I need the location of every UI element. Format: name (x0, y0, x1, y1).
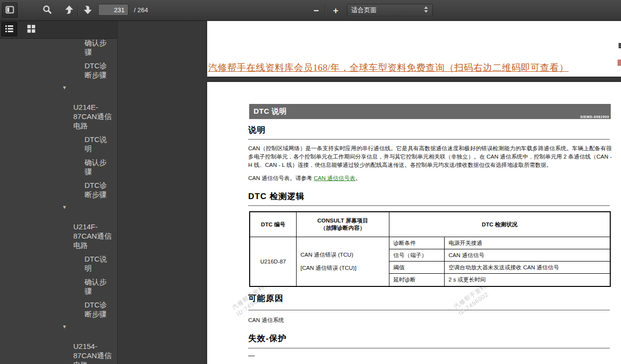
table-header-consult-item: CONSULT 屏幕项目 （故障诊断内容） (297, 212, 389, 237)
page-count-label: / 264 (134, 6, 148, 14)
table-row-label: 诊断条件 (389, 237, 445, 249)
possible-cause-text: CAN 通信系统 (248, 317, 284, 324)
table-header-line: CONSULT 屏幕项目 (318, 217, 368, 224)
zoom-in-button[interactable]: + (330, 5, 341, 16)
heading-divider (248, 310, 610, 310)
signal-table-reference: CAN 通信信号表。请参考 CAN 通信信号表。 (248, 175, 361, 182)
zoom-level-value: 适合页面 (351, 6, 424, 15)
arrow-up-icon (64, 5, 74, 16)
heading-dtc-detection-logic: DTC 检测逻辑 (248, 191, 305, 202)
consult-item-line: [CAN 通信错误 (TCU)] (300, 264, 356, 272)
pdf-page-previous: 汽修帮手在线资料库会员168/年，全球车型资料免费查询（扫码右边二维码即可查看） (207, 20, 621, 77)
collapse-toggle-icon[interactable]: ▼ (62, 324, 67, 329)
section-bar-dtc-description: DTC 说明 SIEMD-6982900 (249, 104, 611, 119)
heading-divider (248, 139, 610, 140)
fail-safe-text: — (248, 352, 255, 359)
sidebar-toggle-button[interactable] (2, 2, 18, 18)
collapse-toggle-icon[interactable]: ▼ (62, 85, 67, 90)
table-row-value: 电源开关接通 (445, 237, 610, 249)
table-header-dtc-number: DTC 编号 (250, 212, 297, 237)
outline-item[interactable]: DTC说 明 (85, 254, 117, 273)
outline-item[interactable]: ▼ U214E- 87CAN通信 电路 (73, 84, 117, 130)
heading-divider (248, 205, 610, 206)
toolbar-separator (325, 4, 325, 16)
toolbar-separator (78, 4, 78, 16)
page-edge-fragment (618, 60, 621, 66)
description-paragraph: CAN（控制区域网络）是一条支持实时应用的串行通信线。它是具有高数据通信速度和极… (248, 144, 612, 169)
minus-icon: − (313, 6, 319, 15)
consult-item-line: CAN 通信错误 (TCU) (300, 251, 353, 259)
can-signal-table-link[interactable]: CAN 通信信号表 (314, 175, 355, 181)
signal-ref-prefix: CAN 通信信号表。请参考 (248, 175, 314, 181)
outline-item[interactable]: DTC诊 断步骤 (85, 181, 117, 199)
zoom-out-button[interactable]: − (311, 5, 321, 16)
search-button[interactable] (42, 5, 52, 15)
vendor-banner-text: 汽修帮手在线资料库会员168/年，全球车型资料免费查询（扫码右边二维码即可查看） (208, 61, 569, 74)
outline-item-label: U214F- 87CAN通信 电路 (73, 222, 111, 249)
table-row-label: 延时诊断 (389, 274, 445, 286)
signal-ref-suffix: 。 (355, 175, 361, 181)
table-row-value: 2 s 或更长时间 (445, 274, 610, 286)
table-row-label: 信号（端子） (389, 249, 445, 262)
search-icon (43, 5, 52, 16)
table-row-value: 空调自动放大器未发送或接收 CAN 通信信号 (445, 262, 610, 274)
toolbar: / 264 − + 适合页面 (0, 0, 621, 21)
outline-item-label: U214E- 87CAN通信 电路 (73, 103, 111, 130)
outline-item[interactable]: 确认步 骤 (85, 38, 117, 57)
sidebar: 确认步 骤 DTC诊 断步骤 ▼ U214E- 87CAN通信 电路 DTC说 … (0, 20, 117, 364)
outline-item[interactable]: 确认步 骤 (85, 158, 117, 176)
outline-view-button[interactable] (1, 22, 17, 37)
table-row-value: CAN 通信信号 (445, 249, 610, 262)
zoom-level-select[interactable]: 适合页面 (347, 4, 433, 17)
heading-description: 说明 (248, 124, 266, 136)
table-cell-consult-item: CAN 通信错误 (TCU) [CAN 通信错误 (TCU)] (297, 237, 389, 286)
document-outline: 确认步 骤 DTC诊 断步骤 ▼ U214E- 87CAN通信 电路 DTC说 … (0, 38, 117, 364)
sidebar-resize-border[interactable] (117, 20, 118, 364)
heading-fail-safe: 失效-保护 (248, 333, 287, 344)
sidebar-toggle-icon (5, 6, 14, 15)
plus-icon: + (333, 6, 338, 15)
table-cell-dtc-code: U216D-87 (250, 237, 297, 286)
heading-possible-cause: 可能原因 (248, 293, 283, 304)
document-code: SIEMD-6982900 (580, 115, 609, 119)
page-number-input[interactable] (98, 4, 128, 16)
pdf-viewer: / 264 − + 适合页面 (0, 0, 621, 364)
thumbnails-view-button[interactable] (23, 22, 39, 37)
previous-page-button[interactable] (63, 5, 75, 16)
collapse-toggle-icon[interactable]: ▼ (62, 205, 67, 210)
thumbnails-grid-icon (27, 25, 35, 34)
table-header-dtc-condition: DTC 检测状况 (389, 212, 610, 237)
outline-item[interactable]: DTC诊 断步骤 (85, 61, 117, 80)
outline-item-label: U2154- 87CAN通信 电路 (73, 342, 111, 364)
next-page-button[interactable] (82, 5, 93, 16)
outline-item[interactable]: ▼ U214F- 87CAN通信 电路 (73, 203, 117, 250)
select-arrows-icon (424, 6, 428, 15)
dtc-detection-table: DTC 编号 CONSULT 屏幕项目 （故障诊断内容） DTC 检测状况 U2… (249, 211, 611, 287)
outline-item[interactable]: 确认步 骤 (85, 277, 117, 296)
outline-item[interactable]: ▼ U2154- 87CAN通信 电路 (73, 323, 117, 364)
section-bar-title: DTC 说明 (254, 107, 287, 116)
pdf-page-current: 汽修帮手资料库 ID:7496002 汽修帮手资料库 ID:7496002 DT… (207, 82, 621, 364)
table-header-line: （故障诊断内容） (321, 224, 365, 232)
heading-divider (248, 348, 610, 348)
sidebar-header (0, 20, 117, 39)
outline-item[interactable]: DTC诊 断步骤 (85, 300, 117, 319)
table-row-label: 阈值 (389, 262, 445, 274)
page-edge-fragment (619, 43, 621, 48)
outline-list-icon (5, 25, 14, 34)
outline-item[interactable]: DTC说 明 (85, 135, 117, 153)
arrow-down-icon (83, 5, 92, 16)
